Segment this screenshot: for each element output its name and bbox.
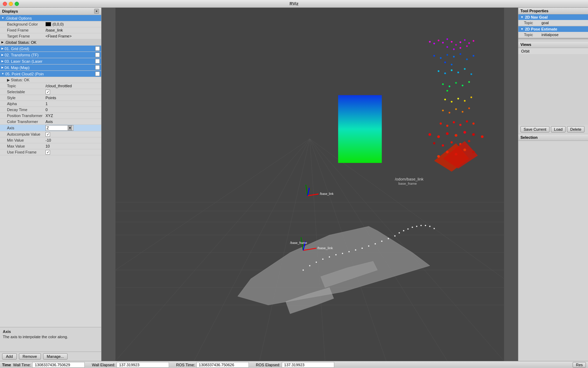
display-03-laser[interactable]: ▶ 03. Laser Scan (Laser xyxy=(0,58,101,64)
displays-close-button[interactable]: × xyxy=(94,9,99,14)
selectable-checkbox[interactable] xyxy=(46,90,50,94)
svg-point-106 xyxy=(472,122,475,124)
nav-goal-topic-row[interactable]: Topic goal xyxy=(518,20,588,26)
svg-point-81 xyxy=(451,69,453,71)
minimize-button[interactable] xyxy=(9,2,13,6)
svg-text:/odom/base_link: /odom/base_link xyxy=(395,177,424,181)
close-button[interactable] xyxy=(3,2,7,6)
svg-point-109 xyxy=(446,132,448,135)
save-current-button[interactable]: Save Current xyxy=(520,126,550,132)
alpha-row[interactable]: Alpha 1 xyxy=(0,101,101,107)
remove-button[interactable]: Remove xyxy=(19,353,41,360)
display-02-tf[interactable]: ▶ 02. Transforms (TF) xyxy=(0,52,101,58)
dropdown-arrow-icon[interactable]: ▼ xyxy=(68,125,72,130)
pose-estimate-section: ▼ 2D Pose Estimate Topic initialpose xyxy=(518,26,588,38)
svg-point-58 xyxy=(442,42,444,43)
pose-estimate-label: 2D Pose Estimate xyxy=(525,27,557,31)
target-frame-row[interactable]: Target Frame <Fixed Frame> xyxy=(0,33,101,39)
min-value-row[interactable]: Min Value -10 xyxy=(0,137,101,143)
svg-point-22 xyxy=(309,265,310,266)
pose-estimate-topic-row[interactable]: Topic initialpose xyxy=(518,32,588,38)
svg-point-92 xyxy=(451,101,453,103)
topic-value: /cloud_throttled xyxy=(46,84,100,88)
orbit-item[interactable]: Orbit xyxy=(518,48,588,55)
traffic-lights xyxy=(3,2,19,6)
maximize-button[interactable] xyxy=(15,2,19,6)
display-checkbox[interactable] xyxy=(95,59,100,63)
wall-time-value: 1308337436.750629 xyxy=(32,362,85,368)
svg-point-105 xyxy=(466,120,468,122)
decay-time-value: 0 xyxy=(46,108,100,112)
ros-elapsed-section: ROS Elapsed: 137.319923 xyxy=(256,362,334,368)
svg-point-21 xyxy=(302,270,304,271)
add-button[interactable]: Add xyxy=(2,353,17,360)
display-05-pointcloud[interactable]: ▼ 05. Point Cloud2 (Poin xyxy=(0,71,101,77)
delete-button[interactable]: Delete xyxy=(567,126,584,132)
arrow-icon: ▶ xyxy=(1,41,4,44)
nav-goal-header[interactable]: ▼ 2D Nav Goal xyxy=(518,14,588,20)
use-fixed-frame-row[interactable]: Use Fixed Frame xyxy=(0,149,101,155)
fixed-frame-row[interactable]: Fixed Frame /base_link xyxy=(0,27,101,33)
selectable-row[interactable]: Selectable xyxy=(0,89,101,95)
display-checkbox[interactable] xyxy=(95,46,100,51)
nav-goal-label: 2D Nav Goal xyxy=(525,15,548,19)
color-transformer-row[interactable]: Color Transformer Axis xyxy=(0,119,101,125)
svg-point-66 xyxy=(446,46,448,48)
arrow-icon: ▼ xyxy=(1,72,4,75)
svg-point-33 xyxy=(381,240,383,242)
display-checkbox[interactable] xyxy=(95,65,100,70)
display-01-grid[interactable]: ▶ 01. Grid (Grid) xyxy=(0,46,101,52)
topic-row[interactable]: Topic /cloud_throttled xyxy=(0,83,101,89)
manage-button[interactable]: Manage... xyxy=(43,353,68,360)
selection-title: Selection xyxy=(520,135,538,139)
svg-point-63 xyxy=(464,39,465,41)
res-button[interactable]: Res xyxy=(573,362,586,368)
wall-elapsed-value: 137.319923 xyxy=(117,362,169,368)
displays-tree[interactable]: ▼ .Global Options Background Color (0,0,… xyxy=(0,15,101,327)
svg-point-83 xyxy=(464,68,465,70)
axis-row[interactable]: Axis Z ▼ xyxy=(0,125,101,131)
svg-point-115 xyxy=(442,144,444,146)
svg-point-79 xyxy=(438,70,440,72)
autocompute-checkbox[interactable] xyxy=(46,132,50,137)
svg-point-111 xyxy=(463,131,466,134)
svg-point-121 xyxy=(437,155,440,157)
use-fixed-frame-checkbox[interactable] xyxy=(46,150,50,155)
decay-time-row[interactable]: Decay Time 0 xyxy=(0,107,101,113)
axis-dropdown[interactable]: Z ▼ xyxy=(46,125,74,131)
pos-transformer-row[interactable]: Position Transformer XYZ xyxy=(0,113,101,119)
target-frame-label: Target Frame xyxy=(7,34,46,38)
color-transformer-label: Color Transformer xyxy=(7,120,46,124)
autocompute-row[interactable]: Autocompute Value xyxy=(0,131,101,137)
load-button[interactable]: Load xyxy=(551,126,566,132)
svg-point-24 xyxy=(322,258,324,260)
3d-viewport[interactable]: /base_link /base_frame /base_link xyxy=(102,8,518,361)
max-value-row[interactable]: Max Value 10 xyxy=(0,143,101,149)
color-transformer-value: Axis xyxy=(46,120,100,124)
title-bar: RViz xyxy=(0,0,588,8)
display-checkbox[interactable] xyxy=(95,53,100,57)
svg-point-107 xyxy=(428,133,431,136)
pose-estimate-header[interactable]: ▼ 2D Pose Estimate xyxy=(518,26,588,32)
background-color-row[interactable]: Background Color (0,0,0) xyxy=(0,21,101,27)
style-row[interactable]: Style Points xyxy=(0,95,101,101)
svg-point-62 xyxy=(460,41,461,43)
svg-point-71 xyxy=(440,57,442,59)
svg-point-55 xyxy=(429,41,431,43)
svg-point-28 xyxy=(348,251,350,252)
svg-point-65 xyxy=(472,40,474,42)
display-04-map[interactable]: ▶ 04. Map (Map) xyxy=(0,64,101,71)
window-title: RViz xyxy=(289,1,299,6)
svg-point-35 xyxy=(394,235,396,237)
views-section: Views Orbit xyxy=(518,41,588,125)
wall-elapsed-label: Wall Elapsed: xyxy=(92,363,115,367)
svg-point-67 xyxy=(453,48,455,50)
svg-point-114 xyxy=(433,142,435,144)
use-fixed-frame-label: Use Fixed Frame xyxy=(7,150,46,154)
svg-point-125 xyxy=(472,151,475,153)
svg-point-116 xyxy=(450,141,453,143)
display-checkbox[interactable] xyxy=(95,71,100,76)
background-color-value: (0,0,0) xyxy=(52,22,100,26)
global-status-item[interactable]: ▶ .Global Status: OK xyxy=(0,39,101,46)
global-options-item[interactable]: ▼ .Global Options xyxy=(0,15,101,21)
